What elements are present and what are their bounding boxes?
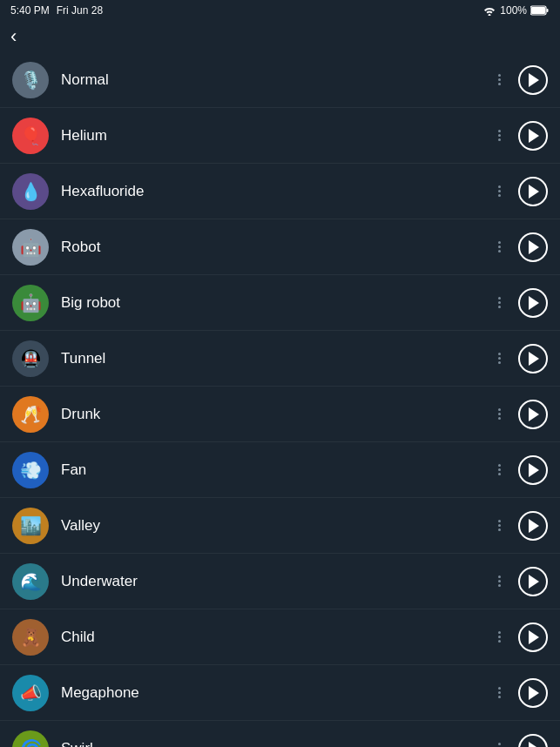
- item-icon-underwater: 🌊: [12, 563, 49, 600]
- item-more-tunnel[interactable]: [489, 348, 509, 369]
- status-date: Fri Jun 28: [57, 4, 103, 17]
- item-play-swirl[interactable]: [518, 734, 548, 748]
- item-icon-big-robot: 🤖: [12, 285, 49, 321]
- battery-percent: 100%: [500, 4, 527, 17]
- item-more-normal[interactable]: [489, 70, 509, 91]
- item-play-child[interactable]: [518, 622, 548, 652]
- play-icon-fan: [529, 463, 539, 477]
- play-icon-drunk: [529, 407, 539, 421]
- item-more-valley[interactable]: [489, 515, 509, 536]
- item-icon-drunk: 🥂: [12, 396, 49, 433]
- item-play-big-robot[interactable]: [518, 288, 548, 318]
- item-label-robot: Robot: [61, 239, 489, 256]
- list-item: 🤖 Robot: [0, 219, 560, 275]
- item-label-drunk: Drunk: [61, 406, 489, 423]
- svg-rect-2: [547, 9, 549, 12]
- item-icon-normal: 🎙️: [12, 62, 49, 98]
- list-item: 🤖 Big robot: [0, 275, 560, 331]
- item-play-hexafluoride[interactable]: [518, 177, 548, 206]
- item-play-tunnel[interactable]: [518, 344, 548, 374]
- item-more-helium[interactable]: [489, 125, 509, 146]
- list-item: 🌀 Swirl: [0, 721, 560, 747]
- list-item: 📣 Megaphone: [0, 665, 560, 721]
- list-item: 🎙️ Normal: [0, 52, 560, 108]
- item-play-drunk[interactable]: [518, 400, 548, 429]
- play-icon-valley: [529, 519, 539, 533]
- item-label-normal: Normal: [61, 71, 489, 89]
- item-label-fan: Fan: [61, 461, 489, 479]
- item-play-valley[interactable]: [518, 511, 548, 541]
- nav-bar: ‹: [0, 21, 560, 52]
- play-icon-swirl: [529, 742, 539, 748]
- item-play-fan[interactable]: [518, 455, 548, 485]
- play-icon-tunnel: [529, 352, 539, 366]
- item-label-tunnel: Tunnel: [61, 350, 489, 367]
- item-label-hexafluoride: Hexafluoride: [61, 183, 489, 200]
- play-icon-megaphone: [529, 686, 539, 700]
- status-time: 5:40 PM: [10, 4, 50, 17]
- item-more-swirl[interactable]: [489, 738, 509, 748]
- list-item: 🌊 Underwater: [0, 554, 560, 609]
- list-item: 🏙️ Valley: [0, 498, 560, 554]
- item-more-big-robot[interactable]: [489, 293, 509, 313]
- wifi-icon: [482, 5, 496, 16]
- item-icon-robot: 🤖: [12, 229, 49, 266]
- item-more-child[interactable]: [489, 627, 509, 648]
- item-more-drunk[interactable]: [489, 404, 509, 425]
- item-label-swirl: Swirl: [61, 740, 489, 748]
- list-item: 🧸 Child: [0, 609, 560, 665]
- item-more-robot[interactable]: [489, 237, 509, 258]
- play-icon-helium: [529, 129, 539, 143]
- item-icon-child: 🧸: [12, 619, 49, 656]
- item-play-underwater[interactable]: [518, 567, 548, 596]
- item-label-valley: Valley: [61, 517, 489, 535]
- item-label-big-robot: Big robot: [61, 294, 489, 312]
- list-item: 🥂 Drunk: [0, 387, 560, 442]
- list-item: 💧 Hexafluoride: [0, 164, 560, 219]
- play-icon-child: [529, 630, 539, 644]
- item-label-child: Child: [61, 629, 489, 646]
- item-more-underwater[interactable]: [489, 571, 509, 592]
- play-icon-hexafluoride: [529, 185, 539, 199]
- list-item: 💨 Fan: [0, 442, 560, 498]
- list-item: 🚇 Tunnel: [0, 331, 560, 387]
- svg-rect-1: [531, 7, 545, 14]
- item-icon-tunnel: 🚇: [12, 340, 49, 377]
- play-icon-robot: [529, 240, 539, 254]
- items-list: 🎙️ Normal 🎈 Helium 💧 Hexaf: [0, 52, 560, 747]
- item-label-megaphone: Megaphone: [61, 684, 489, 702]
- play-icon-normal: [529, 73, 539, 87]
- play-icon-underwater: [529, 575, 539, 589]
- list-item: 🎈 Helium: [0, 108, 560, 164]
- item-label-underwater: Underwater: [61, 573, 489, 590]
- item-icon-valley: 🏙️: [12, 508, 49, 544]
- play-icon-big-robot: [529, 296, 539, 310]
- item-play-normal[interactable]: [518, 65, 548, 95]
- back-button[interactable]: ‹: [10, 27, 17, 46]
- item-play-helium[interactable]: [518, 121, 548, 151]
- status-icons: 100%: [482, 4, 550, 17]
- item-icon-swirl: 🌀: [12, 730, 49, 748]
- item-play-megaphone[interactable]: [518, 678, 548, 708]
- item-more-hexafluoride[interactable]: [489, 181, 509, 202]
- item-icon-helium: 🎈: [12, 118, 49, 154]
- item-icon-megaphone: 📣: [12, 675, 49, 711]
- item-more-megaphone[interactable]: [489, 683, 509, 703]
- item-icon-hexafluoride: 💧: [12, 173, 49, 210]
- item-more-fan[interactable]: [489, 460, 509, 481]
- item-label-helium: Helium: [61, 127, 489, 145]
- battery-icon: [530, 5, 550, 16]
- item-play-robot[interactable]: [518, 232, 548, 262]
- status-bar: 5:40 PM Fri Jun 28 100%: [0, 0, 560, 21]
- item-icon-fan: 💨: [12, 452, 49, 488]
